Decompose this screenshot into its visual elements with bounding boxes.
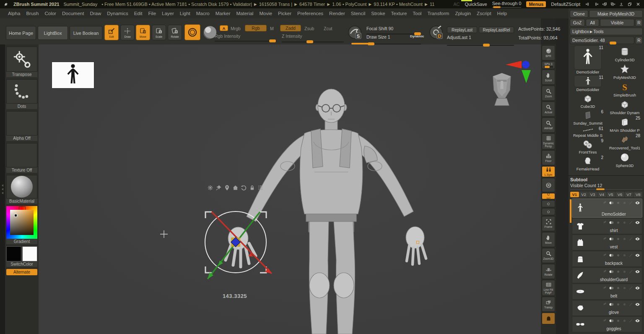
pair-toggle-icon[interactable] bbox=[609, 253, 614, 258]
cascade-right-icon[interactable] bbox=[610, 2, 615, 7]
menu-item-picker[interactable]: Picker bbox=[275, 10, 294, 17]
fade-icon[interactable] bbox=[616, 253, 621, 258]
panels-left-icon[interactable] bbox=[585, 2, 590, 7]
subtool-row-glove[interactable]: glove bbox=[572, 300, 642, 316]
pin-icon[interactable] bbox=[216, 185, 222, 191]
menu-item-marker[interactable]: Marker bbox=[213, 10, 234, 17]
tool-item-demosoldier[interactable]: 11DemoSoldier bbox=[570, 75, 606, 92]
left-shelf-item-basicmaterial[interactable]: BasicMaterial bbox=[6, 175, 37, 204]
draw-size-slider[interactable] bbox=[366, 44, 421, 44]
slash-icon[interactable] bbox=[628, 269, 633, 274]
menu-item-render[interactable]: Render bbox=[326, 10, 348, 17]
fade-icon[interactable] bbox=[622, 237, 627, 241]
right-shelf-bpr[interactable]: BPR bbox=[542, 45, 555, 60]
sv-square[interactable] bbox=[10, 210, 34, 235]
menu-item-movie[interactable]: Movie bbox=[256, 10, 275, 17]
menu-item-edit[interactable]: Edit bbox=[131, 10, 145, 17]
menu-item-stroke[interactable]: Stroke bbox=[368, 10, 388, 17]
dynamic-toggle[interactable]: Dynamic bbox=[410, 34, 424, 38]
visible-count-slider[interactable]: Visible Count 12 bbox=[570, 183, 642, 190]
replay-last-button[interactable]: ReplayLast bbox=[447, 26, 477, 33]
subtool-tab-v6[interactable]: V6 bbox=[615, 192, 624, 197]
right-shelf-aahalf[interactable]: AAHalf bbox=[542, 117, 555, 133]
goz-button[interactable]: GoZ bbox=[570, 19, 585, 26]
right-shelf-dynamic-persp[interactable]: Dynamic Persp bbox=[542, 133, 555, 149]
eye-icon[interactable] bbox=[635, 302, 640, 307]
pair-toggle-icon[interactable] bbox=[609, 220, 614, 225]
left-shelf-preview-blank[interactable] bbox=[6, 111, 37, 136]
subtool-row-vest[interactable]: vest bbox=[572, 235, 642, 250]
tool-item-fronttires[interactable]: 9FrontTires bbox=[570, 138, 606, 154]
lock-icon[interactable] bbox=[249, 185, 255, 191]
right-shelf-frame[interactable]: Frame bbox=[542, 216, 555, 231]
menu-item-alpha[interactable]: Alpha bbox=[5, 10, 23, 17]
right-shelf-move[interactable]: Move bbox=[542, 232, 555, 247]
menu-item-document[interactable]: Document bbox=[59, 10, 87, 17]
subtool-tab-v8[interactable]: V8 bbox=[634, 192, 642, 197]
sv-cursor[interactable] bbox=[14, 214, 17, 217]
fade-icon[interactable] bbox=[616, 269, 621, 274]
menu-item-color[interactable]: Color bbox=[42, 10, 59, 17]
tool-item-sphere3d[interactable]: Sphere3D bbox=[607, 151, 643, 168]
fade-icon[interactable] bbox=[622, 220, 627, 225]
right-shelf-rotate-left-button[interactable] bbox=[542, 200, 555, 207]
cascade-left-icon[interactable] bbox=[602, 2, 607, 7]
active-tool-thumb[interactable] bbox=[610, 42, 616, 44]
fade-icon[interactable] bbox=[616, 302, 621, 307]
tool-item-femalehead[interactable]: 2FemaleHead bbox=[570, 155, 606, 171]
transpose-gizmo[interactable] bbox=[190, 196, 280, 288]
pair-toggle-icon[interactable] bbox=[609, 318, 614, 324]
adjust-last-thumb[interactable] bbox=[483, 44, 490, 47]
fade-icon[interactable] bbox=[622, 302, 627, 307]
left-shelf-preview-blank[interactable] bbox=[6, 143, 37, 167]
left-shelf-preview-dots-arc[interactable] bbox=[6, 79, 37, 104]
slash-icon[interactable] bbox=[628, 286, 633, 290]
polypaint-icon[interactable] bbox=[602, 220, 607, 225]
menu-item-dynamics[interactable]: Dynamics bbox=[104, 10, 131, 17]
menu-item-zplugin[interactable]: Zplugin bbox=[452, 10, 474, 17]
menu-item-file[interactable]: File bbox=[145, 10, 159, 17]
stroke-type-button[interactable]: S bbox=[346, 24, 363, 41]
eye-icon[interactable] bbox=[635, 285, 640, 291]
location-icon[interactable] bbox=[224, 185, 230, 191]
polypaint-icon[interactable] bbox=[602, 302, 607, 307]
shelf-divider-handle[interactable] bbox=[351, 43, 370, 44]
fade-icon[interactable] bbox=[616, 201, 621, 205]
right-shelf-rotate[interactable]: Rotate bbox=[542, 264, 555, 279]
tool-item-cylinder3d[interactable]: Cylinder3D bbox=[607, 45, 643, 62]
lightbox-button[interactable]: LightBox bbox=[38, 26, 68, 40]
visible-count-thumb[interactable] bbox=[596, 188, 605, 190]
left-tray[interactable] bbox=[0, 44, 5, 334]
fade-icon[interactable] bbox=[616, 286, 621, 290]
m-toggle[interactable]: M bbox=[270, 26, 274, 31]
subtool-tab-v2[interactable]: V2 bbox=[579, 192, 588, 197]
subtool-row-demosoldier[interactable]: DemoSoldier bbox=[572, 198, 642, 218]
menu-item-light[interactable]: Light bbox=[177, 10, 193, 17]
right-shelf-actual[interactable]: Actual bbox=[542, 102, 555, 117]
right-shelf-line-fill-polyf[interactable]: Line Fill PolyF bbox=[542, 280, 555, 296]
fade-icon[interactable] bbox=[622, 269, 627, 274]
eye-icon[interactable] bbox=[635, 269, 640, 274]
polypaint-icon[interactable] bbox=[602, 253, 607, 258]
close-icon[interactable] bbox=[636, 2, 641, 7]
home-page-button[interactable]: Home Page bbox=[6, 26, 36, 40]
main-color-swatch[interactable] bbox=[6, 246, 21, 261]
color-picker[interactable] bbox=[6, 206, 37, 239]
menu-item-help[interactable]: Help bbox=[494, 10, 510, 17]
subtool-tab-v7[interactable]: V7 bbox=[625, 192, 634, 197]
rgb-toggle[interactable]: Rgb bbox=[245, 25, 267, 31]
left-shelf-item-alpha-off[interactable]: Alpha Off bbox=[6, 111, 37, 141]
default-zscript-button[interactable]: DefaultZScript bbox=[551, 2, 580, 7]
z-intensity-thumb[interactable] bbox=[306, 40, 313, 43]
pair-toggle-icon[interactable] bbox=[609, 285, 614, 291]
make-polymesh3d-button[interactable]: Make PolyMesh3D bbox=[589, 10, 643, 18]
zadd-toggle[interactable]: Zadd bbox=[280, 25, 301, 31]
subtool-row-belt[interactable]: belt bbox=[572, 284, 642, 300]
eye-icon[interactable] bbox=[635, 236, 640, 242]
slash-icon[interactable] bbox=[628, 201, 633, 205]
menu-item-transform[interactable]: Transform bbox=[424, 10, 452, 17]
slash-icon[interactable] bbox=[628, 318, 633, 323]
a-toggle-button[interactable]: A bbox=[220, 25, 228, 31]
subtool-row-goggles[interactable]: goggles bbox=[572, 316, 642, 332]
left-shelf-item-switchcolor[interactable]: SwitchColor bbox=[6, 246, 37, 267]
